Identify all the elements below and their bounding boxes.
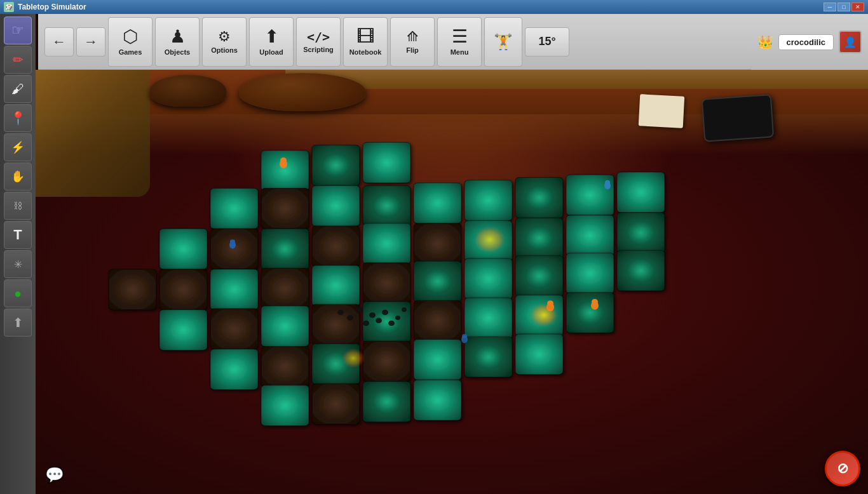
menu-icon: ☰ <box>452 28 468 46</box>
no-sign-icon: ⊘ <box>837 462 848 476</box>
svg-rect-48 <box>566 293 614 333</box>
games-button[interactable]: ⬡ Games <box>108 17 153 67</box>
device-on-table <box>702 94 774 142</box>
svg-rect-7 <box>312 185 360 226</box>
tool-pencil[interactable]: ✏ <box>4 46 32 74</box>
rotation-button[interactable]: 🏋 <box>484 17 522 67</box>
svg-point-15 <box>605 180 610 185</box>
scripting-button[interactable]: </> Scripting <box>296 17 341 67</box>
tool-ruler[interactable]: ⚡ <box>4 133 32 161</box>
hand-icon: ✋ <box>11 170 25 184</box>
svg-rect-1 <box>312 145 360 186</box>
svg-rect-41 <box>210 309 258 349</box>
title-bar: 🎲 Tabletop Simulator ─ □ ✕ <box>0 0 868 14</box>
avatar-icon: 👤 <box>844 36 857 48</box>
svg-rect-19 <box>312 226 360 267</box>
svg-point-28 <box>474 226 506 253</box>
maximize-button[interactable]: □ <box>837 3 850 11</box>
tool-hand[interactable]: ✋ <box>4 163 32 190</box>
left-sidebar: ☞ ✏ 🖌 📍 ⚡ ✋ ⛓ T ✳ ● ⬆ <box>0 14 36 494</box>
flip-button[interactable]: ⟰ Flip <box>390 17 435 67</box>
scripting-label: Scripting <box>303 46 334 53</box>
main-toolbar: ← → ⬡ Games ♟ Objects ⚙ Options ⬆ Upload… <box>38 14 868 70</box>
upload-icon: ⬆ <box>264 28 279 46</box>
svg-point-66 <box>337 310 344 316</box>
svg-rect-35 <box>414 261 461 302</box>
angle-value: 15° <box>538 35 555 48</box>
pencil-icon: ✏ <box>13 52 24 67</box>
notebook-label: Notebook <box>349 48 382 56</box>
svg-rect-24 <box>566 215 614 256</box>
svg-rect-37 <box>515 256 563 297</box>
svg-rect-10 <box>465 180 512 221</box>
tool-ball[interactable]: ● <box>4 279 32 307</box>
tool-text[interactable]: T <box>4 221 32 249</box>
rotation-icon: 🏋 <box>494 34 513 50</box>
svg-rect-0 <box>261 150 309 191</box>
svg-rect-45 <box>414 300 461 341</box>
svg-rect-57 <box>363 341 410 382</box>
scripting-icon: </> <box>307 30 330 43</box>
user-area: 👑 crocodilic 👤 <box>751 14 868 70</box>
svg-point-70 <box>363 321 369 326</box>
menu-label: Menu <box>451 48 469 56</box>
back-button[interactable]: ← <box>44 27 74 57</box>
game-canvas[interactable]: ⊘ 💬 <box>36 70 868 494</box>
svg-rect-2 <box>363 142 410 183</box>
wood-ledge <box>285 70 868 89</box>
svg-rect-25 <box>617 213 665 253</box>
upload-button[interactable]: ⬆ Upload <box>249 17 294 67</box>
stamp-icon: ⬆ <box>13 315 24 330</box>
svg-rect-6 <box>261 189 309 229</box>
minimize-button[interactable]: ─ <box>824 3 836 11</box>
chat-icon[interactable]: 💬 <box>43 464 66 486</box>
svg-point-27 <box>230 239 235 244</box>
forward-button[interactable]: → <box>76 27 105 57</box>
svg-point-53 <box>530 304 558 327</box>
svg-rect-40 <box>159 310 207 350</box>
svg-rect-60 <box>515 334 563 375</box>
svg-rect-16 <box>159 229 207 269</box>
svg-point-74 <box>395 316 400 320</box>
svg-point-69 <box>369 312 376 318</box>
objects-icon: ♟ <box>170 28 186 46</box>
bowl-right <box>239 73 366 111</box>
svg-rect-64 <box>363 382 410 422</box>
svg-point-4 <box>280 157 287 163</box>
close-button[interactable]: ✕ <box>851 3 864 11</box>
objects-label: Objects <box>165 48 190 56</box>
svg-rect-54 <box>210 349 258 390</box>
tool-chain[interactable]: ⛓ <box>4 192 32 220</box>
svg-rect-8 <box>363 185 410 226</box>
no-sign-badge[interactable]: ⊘ <box>825 451 860 486</box>
tool-node[interactable]: ✳ <box>4 250 32 278</box>
svg-point-75 <box>402 307 407 312</box>
tool-pointer[interactable]: ☞ <box>4 17 32 44</box>
objects-button[interactable]: ♟ Objects <box>155 17 200 67</box>
upload-label: Upload <box>259 48 283 56</box>
games-icon: ⬡ <box>123 28 138 46</box>
options-label: Options <box>211 46 238 54</box>
tool-brush[interactable]: 🖌 <box>4 75 32 103</box>
tool-pin[interactable]: 📍 <box>4 104 32 132</box>
window-title: Tabletop Simulator <box>18 3 86 11</box>
username-button[interactable]: crocodilic <box>778 34 834 50</box>
svg-rect-11 <box>515 178 563 218</box>
svg-point-68 <box>356 307 363 313</box>
svg-rect-21 <box>414 224 461 264</box>
svg-rect-46 <box>465 298 512 338</box>
flip-label: Flip <box>406 46 419 54</box>
tool-stamp[interactable]: ⬆ <box>4 309 32 337</box>
svg-point-77 <box>462 334 467 338</box>
svg-rect-30 <box>159 269 207 310</box>
options-button[interactable]: ⚙ Options <box>202 17 247 67</box>
titlebar-left: 🎲 Tabletop Simulator <box>4 2 86 12</box>
svg-rect-29 <box>109 269 156 310</box>
menu-button[interactable]: ☰ Menu <box>437 17 482 67</box>
svg-rect-17 <box>210 229 258 269</box>
notebook-button[interactable]: 🎞 Notebook <box>343 17 388 67</box>
app-icon: 🎲 <box>4 2 14 12</box>
chat-bubble-icon: 💬 <box>45 466 64 484</box>
user-avatar[interactable]: 👤 <box>839 30 862 53</box>
svg-rect-38 <box>566 253 614 294</box>
